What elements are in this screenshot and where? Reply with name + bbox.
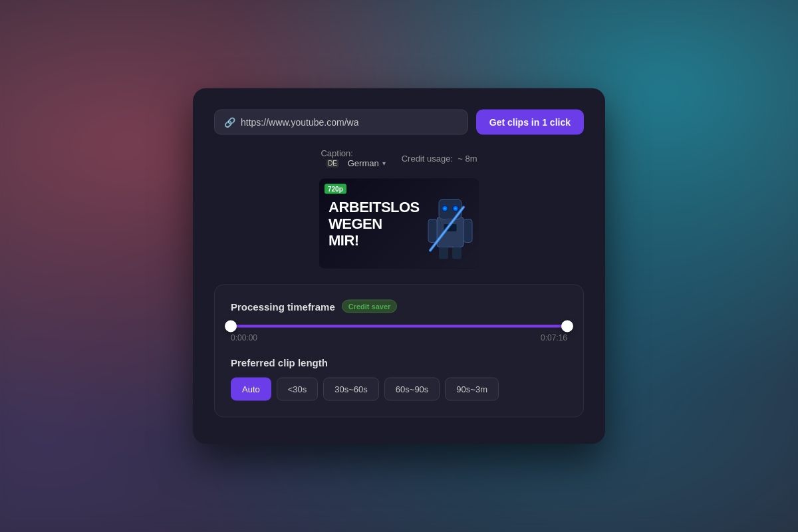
svg-rect-14 <box>452 247 462 259</box>
credit-saver-badge: Credit saver <box>342 300 398 313</box>
main-card: 🔗 https://www.youtube.com/wa Get clips i… <box>193 88 605 444</box>
video-thumbnail[interactable]: 720p ARBEITSLOS WEGEN MIR! <box>319 179 479 269</box>
svg-point-9 <box>452 205 459 211</box>
clip-btn-30s[interactable]: <30s <box>277 378 319 401</box>
section-header: Processing timeframe Credit saver <box>231 300 567 313</box>
clip-btn-60-90s[interactable]: 60s~90s <box>384 378 440 401</box>
link-icon: 🔗 <box>224 117 235 128</box>
clip-length-buttons: Auto <30s 30s~60s 60s~90s 90s~3m <box>231 378 567 401</box>
section-title: Processing timeframe <box>231 301 335 312</box>
clip-btn-auto[interactable]: Auto <box>231 378 271 401</box>
slider-thumb-left[interactable] <box>225 321 237 332</box>
clip-btn-30-60s[interactable]: 30s~60s <box>323 378 379 401</box>
clip-length-section: Preferred clip length Auto <30s 30s~60s … <box>231 357 567 401</box>
url-row: 🔗 https://www.youtube.com/wa Get clips i… <box>214 110 584 135</box>
chevron-down-icon: ▾ <box>382 160 386 167</box>
clip-length-title: Preferred clip length <box>231 357 567 368</box>
caption-label: Caption: DE German ▾ <box>321 148 385 168</box>
language-select[interactable]: DE German ▾ <box>321 158 385 168</box>
get-clips-button[interactable]: Get clips in 1 click <box>476 110 584 135</box>
start-time: 0:00:00 <box>231 333 257 342</box>
robot-figure <box>427 187 473 260</box>
svg-rect-13 <box>439 247 448 259</box>
slider-times: 0:00:00 0:07:16 <box>231 333 567 342</box>
timeframe-slider[interactable] <box>231 325 567 328</box>
end-time: 0:07:16 <box>541 333 567 342</box>
credit-usage: Credit usage: ~ 8m <box>402 153 477 163</box>
url-display: https://www.youtube.com/wa <box>241 117 358 128</box>
caption-row: Caption: DE German ▾ Credit usage: ~ 8m <box>214 148 584 168</box>
clip-btn-90s-3m[interactable]: 90s~3m <box>445 378 499 401</box>
flag-icon: DE <box>327 159 338 167</box>
svg-rect-11 <box>428 219 437 242</box>
svg-point-8 <box>442 205 448 211</box>
svg-rect-12 <box>464 219 472 242</box>
processing-timeframe-section: Processing timeframe Credit saver 0:00:0… <box>214 285 584 418</box>
slider-thumb-right[interactable] <box>561 321 573 332</box>
url-input-wrapper[interactable]: 🔗 https://www.youtube.com/wa <box>214 110 468 135</box>
video-thumbnail-wrapper: 720p ARBEITSLOS WEGEN MIR! <box>214 179 584 269</box>
slider-track <box>231 325 567 328</box>
